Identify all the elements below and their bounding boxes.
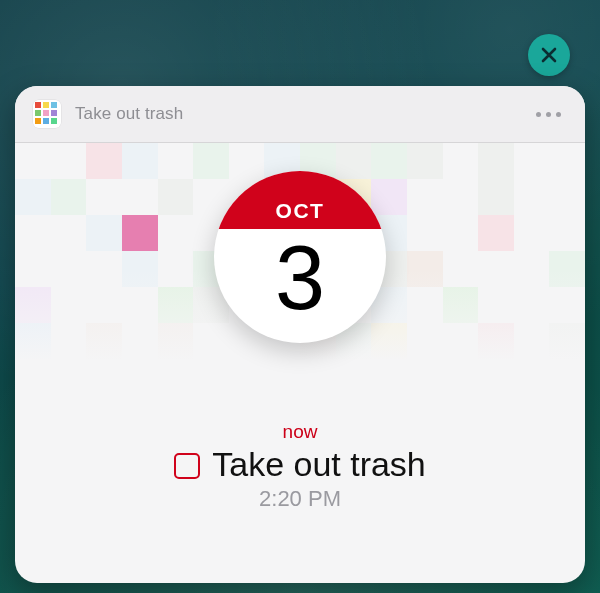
event-info: now Take out trash 2:20 PM: [15, 421, 585, 512]
close-icon: [540, 46, 558, 64]
ellipsis-icon: [536, 112, 541, 117]
event-title: Take out trash: [212, 445, 426, 484]
date-circle: OCT 3: [214, 171, 386, 343]
calendar-app-icon: [33, 100, 61, 128]
relative-time-label: now: [15, 421, 585, 443]
more-button[interactable]: [530, 106, 567, 123]
date-day: 3: [275, 233, 325, 323]
event-time: 2:20 PM: [15, 486, 585, 512]
card-header: Take out trash: [15, 86, 585, 143]
close-button[interactable]: [528, 34, 570, 76]
event-checkbox[interactable]: [174, 453, 200, 479]
card-body: OCT 3 now Take out trash 2:20 PM: [15, 143, 585, 583]
notification-card[interactable]: Take out trash OCT 3 now Take out trash …: [15, 86, 585, 583]
card-header-title: Take out trash: [75, 104, 516, 124]
date-month: OCT: [276, 199, 325, 223]
